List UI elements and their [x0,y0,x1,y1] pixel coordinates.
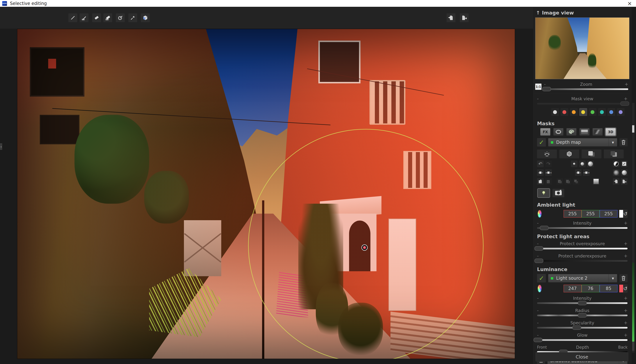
lum-intensity-minus[interactable]: - [537,296,541,301]
brush-fill-tool-button[interactable] [80,14,88,22]
shrink-mask-strong-button[interactable]: »« [545,169,552,176]
relight-mode-button[interactable] [537,150,557,158]
geometry-mode-button[interactable] [559,150,579,158]
protect-under-minus[interactable]: - [537,254,541,258]
protect-over-track[interactable] [537,248,627,250]
sidebar-scrollbar[interactable] [632,103,634,352]
mask-view-minus[interactable]: - [537,96,541,102]
light-source-dropdown[interactable]: Light source 2 ▾ [548,274,617,282]
mask-view-plus[interactable]: + [623,96,627,102]
mask-type-landscape-button[interactable] [579,128,589,136]
paste-mask-button[interactable] [537,178,544,185]
radius-plus[interactable]: + [623,308,627,313]
export-mask-button[interactable] [621,178,627,185]
mask-view-slider-thumb[interactable] [620,102,629,106]
zoom-slider-track[interactable] [544,88,628,90]
protect-under-thumb[interactable] [534,258,543,263]
mask-type-palette-button[interactable] [566,128,576,136]
image-preview-thumbnail[interactable] [535,18,629,79]
delete-mask-button[interactable] [619,138,627,146]
dropdown-arrow-icon[interactable]: ▾ [609,138,617,146]
protect-over-thumb[interactable] [534,246,543,251]
shrink-mask-button[interactable]: ›‹ [537,169,544,176]
specularity-track[interactable] [537,327,627,328]
mask-color-red[interactable] [561,108,568,116]
soften-edge-button[interactable] [613,169,619,176]
radius-minus[interactable]: - [537,308,541,313]
glow-thumb[interactable] [534,338,542,342]
mask-color-blue[interactable] [607,108,615,116]
brush-tool-button[interactable] [68,14,77,22]
light-source-tool-button[interactable] [116,14,125,22]
redo-button[interactable]: ↷ [545,160,552,167]
mask-type-lens-button[interactable] [553,128,563,136]
background-layer-button[interactable] [604,150,624,158]
invert-mask-button[interactable] [613,160,619,167]
mask-color-purple[interactable] [617,108,624,116]
mask-color-green[interactable] [589,108,596,116]
luminance-red-field[interactable] [563,285,581,292]
luminance-green-field[interactable] [581,285,600,292]
glow-track[interactable] [537,339,627,341]
ambient-intensity-thumb[interactable] [540,226,549,230]
ambient-red-field[interactable] [563,210,581,218]
window-close-button[interactable]: × [627,0,632,6]
image-view-header[interactable]: ↑ Image view [536,10,631,16]
mask-type-texture-button[interactable] [593,128,602,136]
foreground-layer-button[interactable] [581,150,601,158]
paste-all-masks-button[interactable] [565,178,571,185]
radius-thumb[interactable] [578,313,587,318]
ambient-intensity-minus[interactable]: - [537,220,541,226]
panel-collapse-handle[interactable]: ‹ [0,143,2,150]
undo-button[interactable]: ↶ [537,160,544,167]
ambient-reset-button[interactable]: ↺ [623,210,627,218]
protect-under-track[interactable] [537,260,627,262]
eraser-tool-button[interactable] [92,14,101,22]
copy-all-masks-button[interactable] [557,178,563,185]
ambient-green-field[interactable] [581,210,600,218]
gradient-mask-button[interactable] [593,178,599,185]
image-canvas[interactable] [17,29,515,359]
ambient-color-swatch[interactable] [619,210,623,218]
3d-view-tool-button[interactable] [141,14,150,22]
light-source-enabled-checkbox[interactable]: ✓ [537,274,546,282]
harden-edge-button[interactable] [621,169,627,176]
brush-size-medium-button[interactable] [579,160,586,167]
mask-color-orange[interactable] [570,108,578,116]
ambient-intensity-track[interactable] [537,227,627,229]
luminance-blue-field[interactable] [600,285,618,292]
zoom-1to1-button[interactable]: 1:1 [535,84,541,90]
dropdown-arrow-icon[interactable]: ▾ [609,274,617,282]
close-button[interactable]: Close [536,352,628,362]
ambient-color-wheel[interactable] [538,210,541,218]
mask-type-fx-button[interactable]: FX [540,128,550,136]
grow-mask-strong-button[interactable]: «» [583,169,590,176]
eraser-fill-tool-button[interactable] [103,14,112,22]
lum-intensity-plus[interactable]: + [623,296,627,301]
zoom-minus[interactable]: - [544,82,548,87]
lum-intensity-track[interactable] [537,302,627,304]
glow-minus[interactable]: - [537,332,541,338]
color-picker-tool-button[interactable] [128,14,137,22]
mask-color-white[interactable] [551,108,559,116]
export-settings-button[interactable] [460,14,469,22]
ambient-blue-field[interactable] [600,210,618,218]
import-settings-button[interactable] [447,14,455,22]
radius-track[interactable] [537,314,627,316]
brush-size-large-button[interactable] [587,160,594,167]
specularity-minus[interactable]: - [537,320,541,326]
zoom-slider-thumb[interactable] [542,87,551,91]
mask-select-dropdown[interactable]: Depth map ▾ [548,138,617,146]
scrollbar-thumb[interactable] [632,125,634,132]
zoom-plus[interactable]: + [624,82,628,87]
light-source-marker[interactable] [361,244,368,251]
specularity-plus[interactable]: + [623,320,627,326]
protect-over-minus[interactable]: - [537,241,541,246]
luminance-reset-button[interactable]: ↺ [623,284,627,293]
merge-masks-button[interactable] [573,178,579,185]
mask-view-slider-track[interactable] [537,103,627,104]
grow-mask-button[interactable]: ‹› [575,169,581,176]
mask-color-yellow-selected[interactable] [579,108,587,116]
mask-type-3d-button-selected[interactable]: 3D [606,128,615,136]
protect-under-plus[interactable]: + [623,254,627,258]
